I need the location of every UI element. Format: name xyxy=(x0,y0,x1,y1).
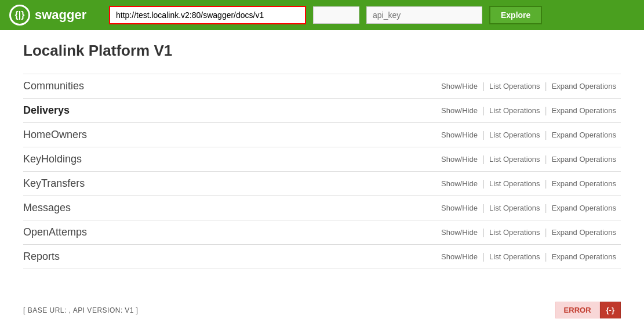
url-input[interactable] xyxy=(109,6,306,24)
list-operations-link[interactable]: List Operations xyxy=(485,251,544,262)
list-operations-link[interactable]: List Operations xyxy=(485,202,544,213)
show-hide-link[interactable]: Show/Hide xyxy=(436,251,482,262)
resource-actions: Show/Hide | List Operations | Expand Ope… xyxy=(436,251,621,262)
resource-actions: Show/Hide | List Operations | Expand Ope… xyxy=(436,202,621,213)
error-area: ERROR {-} xyxy=(555,302,621,318)
auth-input[interactable] xyxy=(313,6,359,24)
show-hide-link[interactable]: Show/Hide xyxy=(436,227,482,238)
resource-row: OpenAttempsShow/Hide | List Operations |… xyxy=(23,220,621,244)
expand-operations-link[interactable]: Expand Operations xyxy=(547,251,621,262)
api-key-input[interactable] xyxy=(366,6,482,24)
expand-operations-link[interactable]: Expand Operations xyxy=(547,81,621,92)
resource-row: KeyTransfersShow/Hide | List Operations … xyxy=(23,171,621,195)
base-url-label: [ BASE URL: , API VERSION: xyxy=(23,306,123,314)
expand-operations-link[interactable]: Expand Operations xyxy=(547,227,621,238)
show-hide-link[interactable]: Show/Hide xyxy=(436,129,482,140)
list-operations-link[interactable]: List Operations xyxy=(485,227,544,238)
show-hide-link[interactable]: Show/Hide xyxy=(436,81,482,92)
resource-actions: Show/Hide | List Operations | Expand Ope… xyxy=(436,129,621,140)
resource-row: MessagesShow/Hide | List Operations | Ex… xyxy=(23,195,621,220)
expand-operations-link[interactable]: Expand Operations xyxy=(547,154,621,165)
resource-name[interactable]: KeyTransfers xyxy=(23,178,436,190)
resource-row: DeliverysShow/Hide | List Operations | E… xyxy=(23,98,621,122)
resource-name[interactable]: KeyHoldings xyxy=(23,153,436,165)
footer: [ BASE URL: , API VERSION: V1 ] ERROR {-… xyxy=(0,292,644,326)
api-version: V1 xyxy=(125,306,134,314)
json-button[interactable]: {-} xyxy=(600,302,621,318)
resource-actions: Show/Hide | List Operations | Expand Ope… xyxy=(436,227,621,238)
list-operations-link[interactable]: List Operations xyxy=(485,129,544,140)
list-operations-link[interactable]: List Operations xyxy=(485,105,544,116)
header: {|} swagger Explore xyxy=(0,0,644,30)
resource-row: CommunitiesShow/Hide | List Operations |… xyxy=(23,74,621,98)
expand-operations-link[interactable]: Expand Operations xyxy=(547,105,621,116)
show-hide-link[interactable]: Show/Hide xyxy=(436,202,482,213)
resource-name[interactable]: Communities xyxy=(23,80,436,92)
resource-name[interactable]: OpenAttemps xyxy=(23,226,436,238)
main-content: Localink Platform V1 CommunitiesShow/Hid… xyxy=(0,30,644,292)
swagger-logo-text: swagger xyxy=(35,8,86,23)
list-operations-link[interactable]: List Operations xyxy=(485,154,544,165)
logo-area: {|} swagger xyxy=(9,5,102,26)
resource-actions: Show/Hide | List Operations | Expand Ope… xyxy=(436,81,621,92)
resource-row: ReportsShow/Hide | List Operations | Exp… xyxy=(23,244,621,269)
error-button[interactable]: ERROR xyxy=(555,302,600,318)
base-url-text: [ BASE URL: , API VERSION: V1 ] xyxy=(23,306,138,314)
show-hide-link[interactable]: Show/Hide xyxy=(436,105,482,116)
explore-button[interactable]: Explore xyxy=(489,6,542,24)
resource-name[interactable]: Reports xyxy=(23,251,436,263)
resource-name[interactable]: Deliverys xyxy=(23,104,436,117)
base-url-close: ] xyxy=(136,306,139,314)
expand-operations-link[interactable]: Expand Operations xyxy=(547,202,621,213)
show-hide-link[interactable]: Show/Hide xyxy=(436,154,482,165)
swagger-logo-icon: {|} xyxy=(9,5,30,26)
expand-operations-link[interactable]: Expand Operations xyxy=(547,178,621,189)
resource-row: HomeOwnersShow/Hide | List Operations | … xyxy=(23,122,621,147)
show-hide-link[interactable]: Show/Hide xyxy=(436,178,482,189)
expand-operations-link[interactable]: Expand Operations xyxy=(547,129,621,140)
resource-actions: Show/Hide | List Operations | Expand Ope… xyxy=(436,154,621,165)
resource-name[interactable]: Messages xyxy=(23,202,436,214)
resource-name[interactable]: HomeOwners xyxy=(23,129,436,141)
resource-actions: Show/Hide | List Operations | Expand Ope… xyxy=(436,105,621,116)
resource-actions: Show/Hide | List Operations | Expand Ope… xyxy=(436,178,621,189)
resource-list: CommunitiesShow/Hide | List Operations |… xyxy=(23,74,621,269)
list-operations-link[interactable]: List Operations xyxy=(485,178,544,189)
list-operations-link[interactable]: List Operations xyxy=(485,81,544,92)
page-title: Localink Platform V1 xyxy=(23,42,621,60)
resource-row: KeyHoldingsShow/Hide | List Operations |… xyxy=(23,147,621,171)
